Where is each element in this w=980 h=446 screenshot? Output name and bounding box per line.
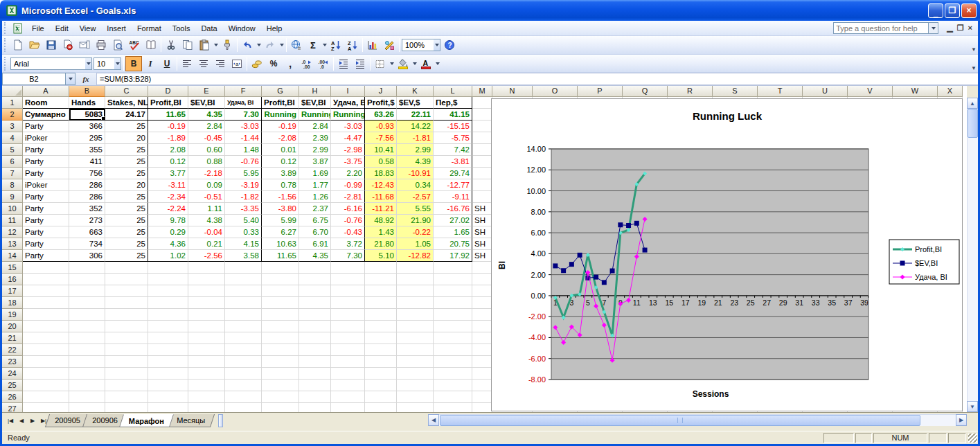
cell-J7[interactable]: 18.83 [365,168,397,179]
menu-data[interactable]: Data [195,22,222,35]
cell-D26[interactable] [148,391,188,403]
cell-M10[interactable]: SH [472,203,492,215]
cell-F10[interactable]: -3.35 [225,203,262,215]
row-header-8[interactable]: 8 [2,179,23,191]
cell-F21[interactable] [225,332,262,344]
cell-A15[interactable] [23,262,69,274]
cell-B26[interactable] [69,391,105,403]
toolbar-grip[interactable] [4,22,8,34]
autosum-dropdown[interactable] [321,37,328,53]
row-header-24[interactable]: 24 [2,368,23,380]
cell-K15[interactable] [397,262,434,274]
running-luck-chart[interactable]: Running Luck-8.00-6.00-4.00-2.000.002.00… [492,99,962,411]
cell-G19[interactable] [262,309,299,321]
cell-A6[interactable]: Party [23,156,69,168]
menu-help[interactable]: Help [261,22,288,35]
cell-K9[interactable]: -2.57 [397,191,434,203]
cell-G15[interactable] [262,262,299,274]
cell-H11[interactable]: 6.75 [299,215,331,226]
cell-A23[interactable] [23,356,69,368]
chart-legend[interactable]: Profit,BI$EV,BIУдача, BI [889,240,959,284]
workbook-close-icon[interactable]: × [968,24,972,33]
row-header-25[interactable]: 25 [2,380,23,391]
cell-B12[interactable]: 663 [69,226,105,238]
cell-G5[interactable]: 0.01 [262,144,299,156]
chart-object[interactable]: Running Luck-8.00-6.00-4.00-2.000.002.00… [491,98,963,411]
cell-I24[interactable] [331,368,365,380]
cell-E13[interactable]: 0.21 [188,238,225,250]
cell-B8[interactable]: 286 [69,179,105,191]
cell-J2[interactable]: 63.26 [365,109,397,121]
name-box[interactable]: B2 [2,73,66,85]
paste-button[interactable] [196,37,213,53]
cell-F14[interactable]: 3.58 [225,250,262,262]
cell-M12[interactable]: SH [472,226,492,238]
cell-B9[interactable]: 286 [69,191,105,203]
cell-B25[interactable] [69,380,105,391]
cell-H25[interactable] [299,380,331,391]
cell-F7[interactable]: 5.95 [225,168,262,179]
previous-sheet-button[interactable]: ◀ [16,415,27,427]
cell-D7[interactable]: 3.77 [148,168,188,179]
cell-A20[interactable] [23,321,69,332]
cell-K13[interactable]: 1.05 [397,238,434,250]
cell-E2[interactable]: 4.35 [188,109,225,121]
col-header-H[interactable]: H [299,86,331,97]
cell-I16[interactable] [331,274,365,285]
cell-D2[interactable]: 11.65 [148,109,188,121]
cell-A10[interactable]: Party [23,203,69,215]
cell-A22[interactable] [23,344,69,356]
cell-A27[interactable] [23,403,69,412]
currency-style-button[interactable] [249,56,265,71]
cell-M25[interactable] [472,380,492,391]
cell-J9[interactable]: -11.68 [365,191,397,203]
col-header-J[interactable]: J [365,86,397,97]
cell-L25[interactable] [434,380,472,391]
cell-D15[interactable] [148,262,188,274]
cell-H23[interactable] [299,356,331,368]
cell-G16[interactable] [262,274,299,285]
cell-M9[interactable] [472,191,492,203]
cell-K1[interactable]: $EV,$ [397,97,434,109]
toolbar-grip[interactable] [4,38,8,53]
cell-B16[interactable] [69,274,105,285]
cell-F5[interactable]: 1.48 [225,144,262,156]
cell-K26[interactable] [397,391,434,403]
name-box-dropdown[interactable] [66,73,75,85]
copy-button[interactable] [179,37,196,53]
cell-H1[interactable]: $EV,BI [299,97,331,109]
cell-D11[interactable]: 9.78 [148,215,188,226]
font-color-button[interactable]: A [418,56,434,71]
cell-F15[interactable] [225,262,262,274]
cell-I7[interactable]: 2.20 [331,168,365,179]
cell-F16[interactable] [225,274,262,285]
decrease-decimal-button[interactable]: .00.0 [315,56,332,71]
cell-F3[interactable]: -3.03 [225,121,262,132]
cell-M13[interactable]: SH [472,238,492,250]
cell-J13[interactable]: 21.80 [365,238,397,250]
cell-C18[interactable] [105,297,148,309]
cell-D12[interactable]: 0.29 [148,226,188,238]
col-header-S[interactable]: S [713,86,758,97]
spelling-button[interactable]: ABC [126,37,143,53]
col-header-Q[interactable]: Q [623,86,668,97]
row-header-11[interactable]: 11 [2,215,23,226]
cell-A24[interactable] [23,368,69,380]
cell-L1[interactable]: Пер,$ [434,97,472,109]
new-button[interactable] [10,37,26,53]
cell-D6[interactable]: 0.12 [148,156,188,168]
cell-A21[interactable] [23,332,69,344]
menu-file[interactable]: File [26,22,50,35]
title-bar[interactable]: Microsoft Excel - Goals.xls _ ❐ × [0,0,980,21]
cell-M7[interactable] [472,168,492,179]
cell-G14[interactable]: 11.65 [262,250,299,262]
cell-G9[interactable]: -1.56 [262,191,299,203]
cell-B20[interactable] [69,321,105,332]
cell-J18[interactable] [365,297,397,309]
cell-H20[interactable] [299,321,331,332]
cell-K7[interactable]: -10.91 [397,168,434,179]
col-header-I[interactable]: I [331,86,365,97]
cell-M21[interactable] [472,332,492,344]
row-header-16[interactable]: 16 [2,274,23,285]
open-button[interactable] [26,37,43,53]
